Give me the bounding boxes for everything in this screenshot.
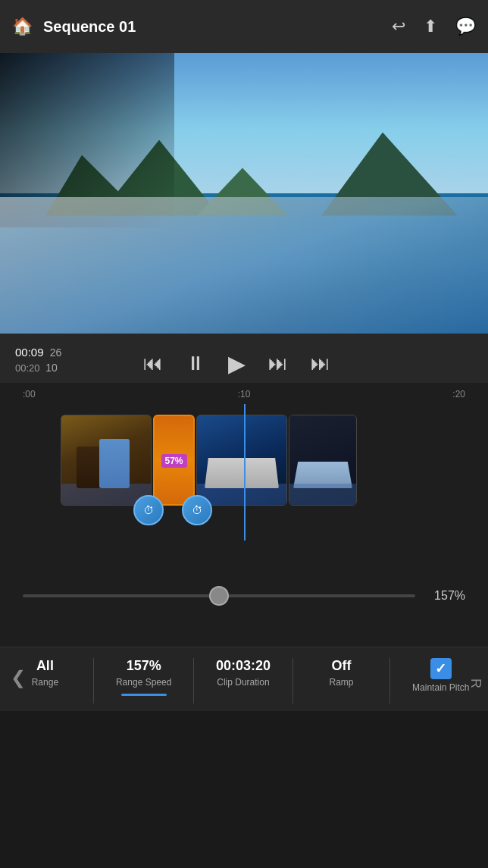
tab-range-speed[interactable]: 157% Range Speed xyxy=(116,658,171,696)
timeline-ruler: :00 :10 :20 xyxy=(0,389,488,400)
zoom-percent: 157% xyxy=(427,589,465,603)
speed-badge: 57% xyxy=(161,454,186,468)
tab-maintain-pitch[interactable]: ✓ Maintain Pitch xyxy=(412,658,469,693)
header-left: 🏠 Sequence 01 xyxy=(12,17,136,36)
ramp-value: Off xyxy=(332,658,352,674)
app-header: 🏠 Sequence 01 ↩ ⬆ 💬 xyxy=(0,0,488,53)
range-speed-value: 157% xyxy=(127,658,161,674)
timeline-area: :00 :10 :20 57% xyxy=(0,383,488,541)
timeline-track[interactable]: 57% ⏱ ⏱ xyxy=(0,404,488,541)
undo-icon[interactable]: ↩ xyxy=(392,17,405,36)
tab-ramp[interactable]: Off Ramp xyxy=(315,658,368,688)
zoom-track[interactable] xyxy=(23,594,415,597)
share-icon[interactable]: ⬆ xyxy=(424,17,437,36)
zoom-thumb[interactable] xyxy=(209,586,229,606)
playback-controls: ⏮ ⏸ ▶ ⏭ ⏭ xyxy=(143,350,330,377)
playback-area: 00:09 26 00:20 10 ⏮ ⏸ ▶ ⏭ ⏭ xyxy=(0,334,488,383)
speedometer-icon-end: ⏱ xyxy=(192,504,202,516)
divider-3 xyxy=(292,658,293,703)
tab-clip-duration[interactable]: 00:03:20 Clip Duration xyxy=(216,658,271,688)
range-label: Range xyxy=(32,677,58,688)
boat-hull xyxy=(0,197,488,334)
bottom-controls: ❮ All Range 157% Range Speed 00:03:20 Cl… xyxy=(0,647,488,711)
tab-range[interactable]: All Range xyxy=(18,658,71,688)
ruler-t0: :00 xyxy=(23,389,36,400)
skip-forward-button[interactable]: ⏭ xyxy=(311,352,330,375)
playhead-line xyxy=(244,404,246,541)
current-time: 00:09 xyxy=(15,346,44,359)
total-frame: 10 xyxy=(45,362,58,374)
divider-2 xyxy=(193,658,194,703)
zoom-slider-area: 157% xyxy=(0,541,488,647)
range-speed-active-bar xyxy=(121,694,167,696)
clip-duration-label: Clip Duration xyxy=(217,677,269,688)
step-forward-button[interactable]: ⏭ xyxy=(268,352,288,375)
range-speed-label: Range Speed xyxy=(116,677,171,688)
speedometer-icon-start: ⏱ xyxy=(143,504,154,516)
clips-row: 57% xyxy=(61,415,357,506)
clip-1[interactable] xyxy=(61,415,152,506)
video-preview xyxy=(0,53,488,334)
divider-1 xyxy=(93,658,94,703)
sequence-title: Sequence 01 xyxy=(43,18,136,36)
ruler-t10: :10 xyxy=(238,389,251,400)
speed-circle-start[interactable]: ⏱ xyxy=(133,495,164,525)
nav-back-button[interactable]: ❮ xyxy=(11,667,26,688)
comment-icon[interactable]: 💬 xyxy=(455,17,476,36)
home-icon[interactable]: 🏠 xyxy=(12,17,33,36)
ramp-label: Ramp xyxy=(330,677,354,688)
maintain-pitch-checkbox[interactable]: ✓ xyxy=(430,658,452,679)
clip-2-speed-ramp[interactable]: 57% xyxy=(153,415,195,506)
maintain-pitch-label: Maintain Pitch xyxy=(412,682,469,693)
clip-4[interactable] xyxy=(289,415,357,506)
total-time: 00:20 xyxy=(15,362,40,374)
step-back-button[interactable]: ⏸ xyxy=(186,352,205,375)
header-icons: ↩ ⬆ 💬 xyxy=(392,17,476,36)
range-value: All xyxy=(36,658,54,674)
skip-back-button[interactable]: ⏮ xyxy=(143,352,163,375)
bottom-tabs: ❮ All Range 157% Range Speed 00:03:20 Cl… xyxy=(8,658,480,703)
speed-handle-start[interactable]: ⏱ xyxy=(133,495,164,525)
right-label: R xyxy=(468,678,483,688)
speed-handle-end[interactable]: ⏱ xyxy=(182,495,212,525)
speed-circle-end[interactable]: ⏱ xyxy=(182,495,212,525)
checkmark-icon: ✓ xyxy=(435,660,446,677)
clip-duration-value: 00:03:20 xyxy=(216,658,271,674)
nav-right-button[interactable]: R xyxy=(468,678,483,688)
ruler-t20: :20 xyxy=(452,389,465,400)
time-display: 00:09 26 00:20 10 xyxy=(15,344,61,375)
play-button[interactable]: ▶ xyxy=(228,350,246,377)
current-frame: 26 xyxy=(50,346,62,359)
divider-4 xyxy=(389,658,390,703)
clip-3[interactable] xyxy=(196,415,287,506)
